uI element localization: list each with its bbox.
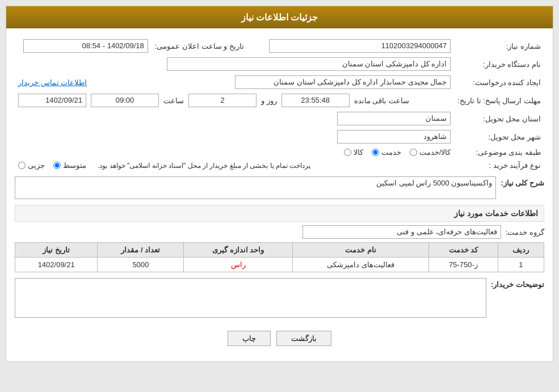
deadline-remaining: 23:55:48: [281, 94, 350, 107]
table-row: 1 ز-750-75 فعالیت‌های دامپزشکی راس 5000 …: [15, 258, 544, 272]
date-value: 1402/09/18 - 08:54: [23, 39, 148, 53]
col-date: تاریخ نیاز: [15, 243, 98, 258]
deadline-time-label: ساعت: [163, 96, 184, 105]
buyer-notes-label: توضیحات خریدار:: [491, 278, 544, 289]
cell-row: 1: [498, 258, 544, 272]
province-label: استان محل تحویل:: [454, 109, 544, 128]
purchase-motavaset-radio[interactable]: [53, 162, 61, 169]
deadline-days: 2: [188, 94, 257, 107]
deadline-remaining-label: ساعت باقی مانده: [354, 96, 409, 105]
purchase-jozi[interactable]: جزیی: [18, 161, 45, 170]
purchase-jozi-label: جزیی: [28, 161, 45, 170]
category-kala-radio[interactable]: [344, 149, 351, 156]
deadline-label: مهلت ارسال پاسخ: تا تاریخ:: [454, 91, 544, 109]
back-button[interactable]: بازگشت: [276, 331, 331, 346]
cell-unit[interactable]: راس: [184, 258, 293, 272]
need-number-label: شماره نیاز:: [454, 37, 544, 55]
category-khadamat[interactable]: خدمت: [372, 148, 401, 157]
cell-quantity: 5000: [98, 258, 184, 272]
org-label: نام دستگاه خریدار:: [454, 55, 544, 73]
province-value: سمنان: [337, 112, 451, 125]
col-unit: واحد اندازه گیری: [184, 243, 293, 258]
deadline-date: 1402/09/21: [18, 94, 86, 107]
col-quantity: تعداد / مقدار: [98, 243, 184, 258]
buttons-row: بازگشت چاپ: [15, 324, 544, 353]
services-section-title: اطلاعات خدمات مورد نیاز: [15, 205, 544, 222]
purchase-motavaset-label: متوسط: [63, 161, 86, 170]
services-table: ردیف کد خدمت نام خدمت واحد اندازه گیری ت…: [15, 242, 544, 272]
creator-label: ایجاد کننده درخواست:: [454, 73, 544, 91]
category-khadamat-label: خدمت: [381, 148, 401, 157]
need-number-value: 1102003294000047: [269, 39, 451, 53]
cell-date: 1402/09/21: [15, 258, 98, 272]
category-kala-khidmat[interactable]: کالا/خدمت: [410, 148, 451, 157]
contact-link[interactable]: اطلاعات تماس خریدار: [18, 78, 87, 87]
service-group-value: فعالیت‌های حرفه‌ای، علمی و فنی: [302, 225, 501, 239]
category-kala-label: کالا: [354, 148, 363, 157]
col-row: ردیف: [498, 243, 544, 258]
city-value: شاهرود: [337, 130, 451, 144]
date-label: تاریخ و ساعت اعلان عمومی:: [152, 37, 247, 55]
buyer-notes-textarea[interactable]: [15, 278, 486, 318]
description-label: شرح کلی نیاز:: [501, 176, 544, 187]
deadline-days-label: روز و: [261, 96, 277, 105]
service-group-label: گروه خدمت:: [506, 228, 544, 237]
col-service-name: نام خدمت: [292, 243, 428, 258]
city-label: شهر محل تحویل:: [454, 128, 544, 146]
cell-service-name: فعالیت‌های دامپزشکی: [292, 258, 428, 272]
purchase-jozi-radio[interactable]: [18, 162, 26, 169]
deadline-time: 09:00: [91, 94, 159, 107]
category-kala-khidmat-label: کالا/خدمت: [419, 148, 451, 157]
category-kala[interactable]: کالا: [344, 148, 363, 157]
cell-service-code: ز-750-75: [429, 258, 498, 272]
creator-value: جمال مجیدی حسابدار اداره کل دامپزشکی است…: [235, 75, 451, 89]
org-value: اداره کل دامپزشکی استان سمنان: [167, 57, 451, 71]
print-button[interactable]: چاپ: [228, 331, 271, 346]
category-khadamat-radio[interactable]: [372, 149, 379, 156]
purchase-type-label: نوع فرآیند خرید :: [454, 159, 544, 172]
page-title: جزئیات اطلاعات نیاز: [6, 6, 553, 28]
category-label: طبقه بندی موضوعی:: [454, 146, 544, 159]
description-value: واکسیناسیون 5000 راس لمپی اسکین: [15, 176, 496, 199]
col-service-code: کد خدمت: [429, 243, 498, 258]
purchase-note: پرداخت تمام یا بخشی از مبلغ خریدار از مح…: [98, 162, 310, 170]
category-kala-khidmat-radio[interactable]: [410, 149, 417, 156]
purchase-motavaset[interactable]: متوسط: [53, 161, 86, 170]
